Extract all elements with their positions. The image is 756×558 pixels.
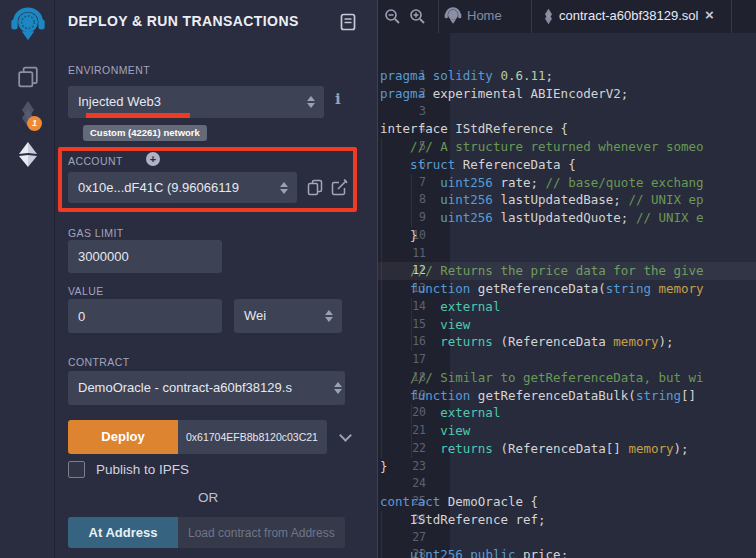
editor-region: Home contract-a60bf38129.sol × 123456789…	[378, 0, 756, 558]
deploy-button[interactable]: Deploy	[68, 420, 178, 454]
indent-guide	[381, 369, 382, 387]
tab-home-icon	[444, 7, 462, 25]
tab-close-icon[interactable]: ×	[705, 6, 714, 23]
file-explorer-icon[interactable]	[0, 66, 55, 88]
zoom-in-icon[interactable]	[409, 8, 426, 25]
value-label: VALUE	[68, 285, 104, 297]
code-line[interactable]: uint256 lastUpdatedBase; // UNIX ep	[380, 191, 756, 209]
documentation-book-icon[interactable]	[339, 13, 357, 31]
code-editor: 1234567891011121314151617181920212223242…	[378, 33, 756, 558]
deploy-run-icon[interactable]	[0, 142, 55, 168]
code-line[interactable]: function getReferenceData(string memory	[380, 280, 756, 298]
code-line[interactable]: IStdReference ref;	[380, 511, 756, 529]
value-input[interactable]	[68, 299, 222, 333]
code-line[interactable]: /// Returns the price data for the give	[380, 262, 756, 280]
add-account-icon[interactable]: +	[146, 152, 160, 166]
code-line[interactable]: uint256 public price;	[380, 546, 756, 558]
indent-guide	[381, 333, 382, 351]
indent-guide	[381, 529, 382, 547]
indent-guide	[411, 440, 412, 458]
remix-logo-icon[interactable]	[0, 7, 55, 43]
indent-guide	[381, 245, 382, 263]
tab-home[interactable]: Home	[467, 8, 502, 23]
code-line[interactable]: pragma experimental ABIEncoderV2;	[380, 85, 756, 103]
code-line[interactable]: returns (ReferenceData[] memory);	[380, 440, 756, 458]
code-line[interactable]: uint256 lastUpdatedQuote; // UNIX e	[380, 209, 756, 227]
environment-label: ENVIRONMENT	[68, 64, 150, 76]
indent-guide	[411, 209, 412, 227]
code-line[interactable]: /// Similar to getReferenceData, but wi	[380, 369, 756, 387]
code-line[interactable]: /// A structure returned whenever someo	[380, 138, 756, 156]
at-address-input[interactable]	[178, 517, 345, 548]
indent-guide	[381, 209, 382, 227]
code-line[interactable]	[380, 245, 756, 263]
tab-separator	[731, 0, 732, 33]
publish-ipfs-checkbox[interactable]	[68, 461, 85, 478]
code-line[interactable]: view	[380, 316, 756, 334]
code-line[interactable]: view	[380, 422, 756, 440]
network-badge: Custom (42261) network	[83, 125, 207, 141]
indent-guide	[411, 298, 412, 316]
indent-guide	[411, 404, 412, 422]
editor-tab-bar: Home contract-a60bf38129.sol ×	[378, 0, 756, 33]
tab-separator	[438, 0, 439, 33]
code-line[interactable]: external	[380, 298, 756, 316]
contract-value: DemoOracle - contract-a60bf38129.s	[78, 380, 292, 395]
indent-guide	[381, 174, 382, 192]
indent-guide	[411, 333, 412, 351]
indent-guide	[411, 316, 412, 334]
indent-guide	[411, 174, 412, 192]
environment-info-icon[interactable]: i	[335, 90, 341, 108]
deploy-run-panel: DEPLOY & RUN TRANSACTIONS ENVIRONMENT In…	[55, 0, 378, 558]
zoom-out-icon[interactable]	[384, 8, 401, 25]
code-line[interactable]	[380, 103, 756, 121]
contract-select[interactable]: DemoOracle - contract-a60bf38129.s	[68, 371, 345, 405]
code-line[interactable]: }	[380, 458, 756, 476]
annotation-underline	[86, 113, 190, 118]
code-line[interactable]: interface IStdReference {	[380, 120, 756, 138]
code-line[interactable]: pragma solidity 0.6.11;	[380, 67, 756, 85]
indent-guide	[381, 138, 382, 156]
indent-guide	[381, 298, 382, 316]
solidity-compiler-icon[interactable]: 1	[0, 101, 55, 127]
code-line[interactable]	[380, 529, 756, 547]
at-address-button[interactable]: At Address	[68, 517, 178, 548]
account-value: 0x10e...dF41C (9.96066119	[78, 180, 239, 195]
select-caret-icon	[334, 382, 342, 394]
value-unit-select[interactable]: Wei	[234, 299, 342, 333]
select-caret-icon	[325, 310, 333, 322]
code-line[interactable]: returns (ReferenceData memory);	[380, 333, 756, 351]
or-divider-label: OR	[68, 490, 348, 505]
panel-title: DEPLOY & RUN TRANSACTIONS	[68, 13, 299, 29]
tab-solidity-icon	[542, 8, 555, 25]
account-select[interactable]: 0x10e...dF41C (9.96066119	[68, 172, 297, 203]
edit-account-icon[interactable]	[331, 179, 349, 197]
copy-account-icon[interactable]	[307, 179, 325, 197]
code-line[interactable]: uint256 rate; // base/quote exchang	[380, 174, 756, 192]
select-caret-icon	[307, 96, 315, 108]
gas-limit-input[interactable]	[68, 240, 222, 273]
deploy-argument-input[interactable]	[178, 420, 327, 454]
indent-guide	[381, 404, 382, 422]
environment-value: Injected Web3	[78, 94, 161, 109]
indent-guide	[381, 262, 382, 280]
indent-guide	[381, 440, 382, 458]
activity-bar: 1	[0, 0, 55, 558]
indent-guide	[381, 191, 382, 209]
indent-guide	[381, 422, 382, 440]
indent-guide	[381, 316, 382, 334]
deploy-expand-chevron-icon[interactable]	[339, 429, 352, 442]
code-line[interactable]: struct ReferenceData {	[380, 156, 756, 174]
indent-guide	[381, 387, 382, 405]
gas-limit-label: GAS LIMIT	[68, 227, 124, 239]
code-line[interactable]	[380, 475, 756, 493]
indent-guide	[381, 280, 382, 298]
code-line[interactable]: function getReferenceDataBulk(string[]	[380, 387, 756, 405]
code-line[interactable]: contract DemoOracle {	[380, 493, 756, 511]
code-line[interactable]: }	[380, 227, 756, 245]
code-area[interactable]: pragma solidity 0.6.11;pragma experiment…	[380, 33, 756, 558]
account-label: ACCOUNT	[68, 155, 123, 167]
code-line[interactable]: external	[380, 404, 756, 422]
tab-contract-file[interactable]: contract-a60bf38129.sol	[559, 8, 698, 23]
code-line[interactable]	[380, 351, 756, 369]
